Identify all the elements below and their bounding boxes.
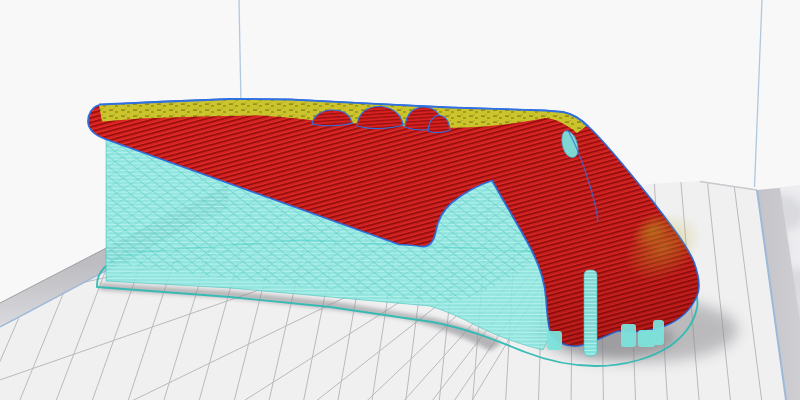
support-chunk-2: [638, 330, 655, 347]
support-pillar-lines: [584, 270, 597, 356]
support-chunk-3: [653, 320, 664, 345]
support-chunk-4: [547, 331, 562, 350]
viewport-3d[interactable]: [0, 0, 800, 400]
slicer-preview-canvas[interactable]: [0, 0, 800, 400]
support-chunk-1: [621, 324, 636, 347]
